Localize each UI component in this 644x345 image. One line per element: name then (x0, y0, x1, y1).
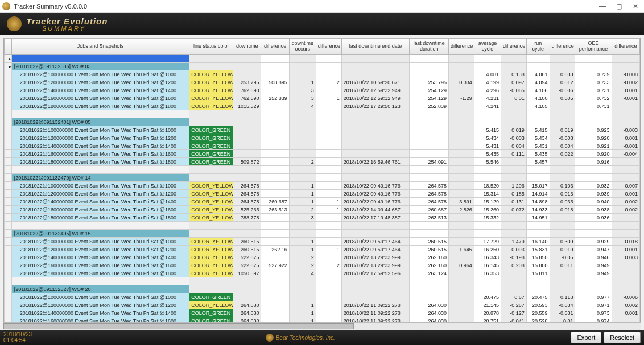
group-row[interactable]: [20181022@091132401] WO# 05 (5, 118, 640, 126)
brand-header: Tracker Evolution SUMMARY (0, 13, 644, 35)
column-header[interactable]: difference (612, 39, 639, 55)
column-header[interactable]: difference (501, 39, 526, 55)
table-row[interactable]: 20181022@140000000 Event Sun Mon Tue Wed… (5, 142, 640, 150)
status-cell: COLOR_GREEN (189, 317, 233, 323)
brand-title: Tracker Evolution (26, 16, 108, 26)
status-cell: COLOR_YELLOW (189, 78, 233, 86)
footer: 2018/10/23 01:04:54 Bear Technologies, I… (0, 330, 644, 345)
separator-row (5, 277, 640, 285)
status-cell: COLOR_GREEN (189, 150, 233, 158)
status-cell: COLOR_YELLOW (189, 238, 233, 246)
column-header[interactable]: difference (550, 39, 575, 55)
table-row[interactable]: 20181022@160000000 Event Sun Mon Tue Wed… (5, 94, 640, 102)
paw-logo-icon (7, 16, 22, 31)
status-cell: COLOR_YELLOW (189, 253, 233, 261)
column-header[interactable]: downtime occurs (289, 39, 316, 55)
column-header[interactable]: downtime (233, 39, 261, 55)
column-header[interactable]: difference (316, 39, 341, 55)
group-row[interactable]: [20181022@091132479] WO# 14 (5, 174, 640, 182)
minimize-icon[interactable]: — (599, 2, 606, 10)
table-row[interactable]: 20181022@140000000 Event Sun Mon Tue Wed… (5, 253, 640, 261)
horizontal-scrollbar[interactable] (3, 322, 641, 330)
reselect-button[interactable]: Reselect (604, 332, 641, 343)
column-header[interactable]: line status color (189, 39, 233, 55)
close-icon[interactable]: ✕ (633, 2, 638, 10)
table-row[interactable]: 20181022@120000000 Event Sun Mon Tue Wed… (5, 301, 640, 309)
status-cell: COLOR_GREEN (189, 158, 233, 166)
column-header[interactable]: OEE performance (575, 39, 612, 55)
app-icon (2, 2, 10, 10)
column-header[interactable]: last downtime duration (410, 39, 448, 55)
status-cell: COLOR_YELLOW (189, 102, 233, 110)
separator-row (5, 110, 640, 118)
status-cell: COLOR_YELLOW (189, 214, 233, 222)
window-title: Tracker Summary v5.0.0.0 (14, 3, 87, 10)
status-cell: COLOR_YELLOW (189, 94, 233, 102)
table-row[interactable]: 20181022@160000000 Event Sun Mon Tue Wed… (5, 206, 640, 214)
status-cell: COLOR_YELLOW (189, 182, 233, 190)
group-row[interactable]: ▸[20181022@091132386] WO# 03 (5, 63, 640, 70)
separator-row (5, 222, 640, 230)
maximize-icon[interactable]: ▢ (616, 2, 622, 10)
column-header[interactable]: difference (261, 39, 289, 55)
status-cell: COLOR_YELLOW (189, 190, 233, 198)
titlebar: Tracker Summary v5.0.0.0 — ▢ ✕ (0, 0, 644, 13)
footer-timestamp: 2018/10/23 01:04:54 (3, 332, 32, 344)
table-row[interactable]: 20181022@180000000 Event Sun Mon Tue Wed… (5, 214, 640, 222)
status-cell: COLOR_YELLOW (189, 261, 233, 269)
export-button[interactable]: Export (571, 332, 601, 343)
status-cell: COLOR_GREEN (189, 142, 233, 150)
table-row[interactable]: 20181022@100000000 Event Sun Mon Tue Wed… (5, 293, 640, 301)
table-row[interactable]: 20181022@120000000 Event Sun Mon Tue Wed… (5, 134, 640, 142)
table-row[interactable]: 20181022@120000000 Event Sun Mon Tue Wed… (5, 190, 640, 198)
paw-footer-icon (266, 334, 274, 342)
table-row[interactable]: 20181022@100000000 Event Sun Mon Tue Wed… (5, 238, 640, 246)
table-row[interactable]: 20181022@160000000 Event Sun Mon Tue Wed… (5, 261, 640, 269)
table-row[interactable]: 20181022@160000000 Event Sun Mon Tue Wed… (5, 150, 640, 158)
status-cell: COLOR_GREEN (189, 293, 233, 301)
status-cell: COLOR_YELLOW (189, 70, 233, 78)
column-header[interactable]: average cycle (474, 39, 501, 55)
selected-row[interactable]: ▸ (5, 55, 640, 63)
column-header[interactable]: difference (448, 39, 474, 55)
status-cell: COLOR_GREEN (189, 309, 233, 317)
table-row[interactable]: 20181022@140000000 Event Sun Mon Tue Wed… (5, 309, 640, 317)
status-cell: COLOR_YELLOW (189, 206, 233, 214)
group-row[interactable]: [20181022@091132495] WO# 15 (5, 230, 640, 238)
status-cell: COLOR_GREEN (189, 126, 233, 134)
data-grid[interactable]: Jobs and Snapshotsline status colordownt… (3, 38, 641, 322)
table-row[interactable]: 20181022@180000000 Event Sun Mon Tue Wed… (5, 102, 640, 110)
column-header[interactable]: Jobs and Snapshots (11, 39, 189, 55)
table-row[interactable]: 20181022@120000000 Event Sun Mon Tue Wed… (5, 246, 640, 253)
column-header[interactable]: run cycle (526, 39, 550, 55)
company-name: Bear Technologies, Inc. (276, 335, 335, 341)
column-header[interactable]: last downtime end date (341, 39, 410, 55)
status-cell: COLOR_GREEN (189, 134, 233, 142)
group-row[interactable]: [20181022@091132527] WO# 20 (5, 285, 640, 293)
status-cell: COLOR_YELLOW (189, 246, 233, 253)
table-row[interactable]: 20181022@180000000 Event Sun Mon Tue Wed… (5, 269, 640, 277)
status-cell: COLOR_YELLOW (189, 198, 233, 206)
table-row[interactable]: 20181022@140000000 Event Sun Mon Tue Wed… (5, 198, 640, 206)
table-row[interactable]: 20181022@100000000 Event Sun Mon Tue Wed… (5, 126, 640, 134)
status-cell: COLOR_YELLOW (189, 86, 233, 94)
table-row[interactable]: 20181022@100000000 Event Sun Mon Tue Wed… (5, 182, 640, 190)
table-row[interactable]: 20181022@180000000 Event Sun Mon Tue Wed… (5, 158, 640, 166)
table-row[interactable]: 20181022@140000000 Event Sun Mon Tue Wed… (5, 86, 640, 94)
table-row[interactable]: 20181022@100000000 Event Sun Mon Tue Wed… (5, 70, 640, 78)
status-cell: COLOR_YELLOW (189, 269, 233, 277)
table-row[interactable]: 20181022@120000000 Event Sun Mon Tue Wed… (5, 78, 640, 86)
table-row[interactable]: 20181022@160000000 Event Sun Mon Tue Wed… (5, 317, 640, 323)
separator-row (5, 166, 640, 174)
status-cell: COLOR_YELLOW (189, 301, 233, 309)
